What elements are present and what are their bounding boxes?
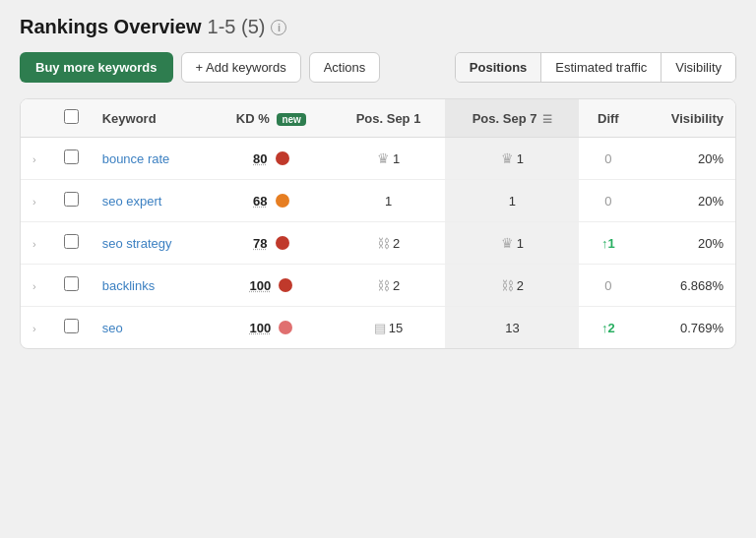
kd-dot xyxy=(276,194,289,208)
visibility-value: 20% xyxy=(698,236,724,251)
table-row: ›seo strategy78⛓2♛1↑120% xyxy=(21,222,735,265)
visibility-cell: 6.868% xyxy=(637,265,735,307)
select-all-checkbox[interactable] xyxy=(64,109,79,124)
pos-sep7-cell: ♛1 xyxy=(445,222,579,265)
pos-sep7-value: 1 xyxy=(517,236,524,251)
expand-arrow[interactable]: › xyxy=(32,280,40,292)
diff-cell: ↑1 xyxy=(579,222,637,265)
table-header-row: Keyword KD % new Pos. Sep 1 Pos. Sep 7 ☰ xyxy=(21,99,735,138)
expand-col-header xyxy=(21,99,52,138)
keyword-link[interactable]: backlinks xyxy=(102,278,155,293)
expand-arrow[interactable]: › xyxy=(32,323,40,334)
expand-arrow[interactable]: › xyxy=(32,196,40,208)
kd-value: 100 xyxy=(249,278,271,293)
diff-value: 0 xyxy=(604,278,611,293)
keyword-link[interactable]: bounce rate xyxy=(102,151,170,166)
expand-arrow[interactable]: › xyxy=(32,153,40,165)
link-icon: ⛓ xyxy=(501,278,514,293)
expand-cell[interactable]: › xyxy=(21,180,52,222)
row-checkbox-cell xyxy=(52,222,91,265)
page-range: 1-5 (5) xyxy=(208,16,266,38)
kd-cell: 100 xyxy=(211,307,332,349)
pos-sep7-col-header[interactable]: Pos. Sep 7 ☰ xyxy=(445,99,579,138)
keyword-link[interactable]: seo xyxy=(102,321,123,335)
table-row: ›backlinks100⛓2⛓206.868% xyxy=(21,265,735,307)
row-checkbox[interactable] xyxy=(64,276,79,291)
pos-sep1-value: 2 xyxy=(393,236,400,251)
pos-sep7-cell: ♛1 xyxy=(445,138,579,180)
kd-col-header: KD % new xyxy=(211,99,332,138)
pos-sep7-cell: 13 xyxy=(445,307,579,349)
diff-col-header: Diff xyxy=(579,99,637,138)
tab-estimated-traffic[interactable]: Estimated traffic xyxy=(541,53,662,82)
pos-sep7-value: 1 xyxy=(517,151,524,166)
kd-cell: 78 xyxy=(211,222,332,265)
pos-sep7-cell: 1 xyxy=(445,180,579,222)
pos-sep7-value: 2 xyxy=(517,278,524,293)
visibility-col-header: Visibility xyxy=(637,99,735,138)
view-tab-group: Positions Estimated traffic Visibility xyxy=(455,52,736,83)
row-checkbox-cell xyxy=(52,138,91,180)
crown-icon: ♛ xyxy=(501,235,514,251)
expand-cell[interactable]: › xyxy=(21,307,52,349)
row-checkbox[interactable] xyxy=(64,149,79,164)
pos-sep7-value: 13 xyxy=(505,321,519,335)
visibility-cell: 20% xyxy=(637,222,735,265)
pos-sep1-col-header: Pos. Sep 1 xyxy=(332,99,446,138)
link-icon: ⛓ xyxy=(377,236,390,251)
expand-cell[interactable]: › xyxy=(21,265,52,307)
diff-value: ↑1 xyxy=(601,236,615,251)
kd-cell: 100 xyxy=(211,265,332,307)
checkbox-col-header xyxy=(52,99,91,138)
stack-icon: ▤ xyxy=(374,321,386,335)
tab-positions[interactable]: Positions xyxy=(456,53,542,82)
table-row: ›bounce rate80♛1♛1020% xyxy=(21,138,735,180)
rankings-table: Keyword KD % new Pos. Sep 1 Pos. Sep 7 ☰ xyxy=(20,98,736,349)
keyword-col-header: Keyword xyxy=(91,99,211,138)
info-icon[interactable]: i xyxy=(271,20,286,35)
kd-dot xyxy=(279,321,292,334)
row-checkbox[interactable] xyxy=(64,319,79,333)
diff-cell: 0 xyxy=(579,138,637,180)
keyword-cell: seo expert xyxy=(91,180,211,222)
visibility-value: 20% xyxy=(698,194,724,209)
pos-sep1-value: 2 xyxy=(393,278,400,293)
kd-value: 80 xyxy=(253,151,267,166)
visibility-value: 6.868% xyxy=(680,278,724,293)
actions-button[interactable]: Actions xyxy=(309,52,381,83)
kd-value: 100 xyxy=(249,321,271,335)
diff-cell: 0 xyxy=(579,265,637,307)
kd-dot xyxy=(276,151,289,165)
kd-value: 78 xyxy=(253,236,267,251)
expand-arrow[interactable]: › xyxy=(32,238,40,250)
visibility-cell: 20% xyxy=(637,138,735,180)
crown-icon: ♛ xyxy=(501,150,514,166)
kd-cell: 68 xyxy=(211,180,332,222)
diff-value: 0 xyxy=(604,151,611,166)
visibility-value: 0.769% xyxy=(680,321,724,335)
pos-sep1-value: 1 xyxy=(393,151,400,166)
expand-cell[interactable]: › xyxy=(21,222,52,265)
row-checkbox[interactable] xyxy=(64,234,79,249)
keyword-link[interactable]: seo expert xyxy=(102,194,162,209)
row-checkbox[interactable] xyxy=(64,192,79,207)
sort-icon: ☰ xyxy=(542,113,552,125)
diff-cell: 0 xyxy=(579,180,637,222)
buy-keywords-button[interactable]: Buy more keywords xyxy=(20,52,173,83)
kd-dot xyxy=(279,278,292,292)
expand-cell[interactable]: › xyxy=(21,138,52,180)
keyword-link[interactable]: seo strategy xyxy=(102,236,172,251)
link-icon: ⛓ xyxy=(377,278,390,293)
pos-sep1-cell: ⛓2 xyxy=(332,222,446,265)
table-row: ›seo expert6811020% xyxy=(21,180,735,222)
tab-visibility[interactable]: Visibility xyxy=(662,53,735,82)
keyword-cell: bounce rate xyxy=(91,138,211,180)
new-badge: new xyxy=(277,113,305,126)
pos-sep7-value: 1 xyxy=(509,194,516,209)
row-checkbox-cell xyxy=(52,180,91,222)
pos-sep1-cell: ⛓2 xyxy=(332,265,446,307)
visibility-cell: 0.769% xyxy=(637,307,735,349)
diff-cell: ↑2 xyxy=(579,307,637,349)
pos-sep7-cell: ⛓2 xyxy=(445,265,579,307)
add-keywords-button[interactable]: + Add keywords xyxy=(181,52,301,83)
